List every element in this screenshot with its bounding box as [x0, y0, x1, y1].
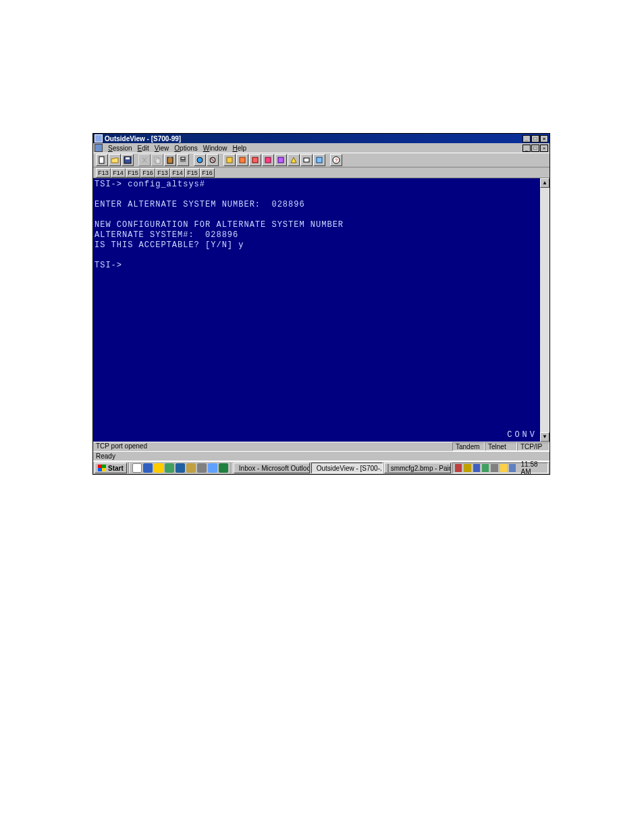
mdi-minimize-button[interactable]: _: [522, 145, 531, 152]
taskbar: Start Inbox - Microsoft Outlook OutsideV…: [93, 461, 549, 474]
print-icon[interactable]: [177, 154, 189, 166]
task-outsideview[interactable]: OutsideView - [S700-...: [311, 463, 383, 473]
terminal-screen[interactable]: TSI-> config_altsys# ENTER ALTERNATE SYS…: [93, 178, 540, 442]
terminal-line: NEW CONFIGURATION FOR ALTERNATE SYSTEM N…: [95, 220, 344, 230]
svg-rect-7: [180, 159, 186, 162]
tray-icon-2[interactable]: [464, 464, 471, 472]
window-title: OutsideView - [S700-99]: [105, 135, 522, 142]
close-button[interactable]: ×: [540, 135, 548, 142]
svg-rect-15: [265, 157, 271, 163]
mdi-maximize-button[interactable]: □: [531, 145, 539, 152]
task-outsideview-label: OutsideView - [S700-...: [317, 465, 383, 472]
tool-icon-5[interactable]: [275, 154, 287, 166]
help-icon[interactable]: ?: [330, 154, 342, 166]
copy-icon[interactable]: [151, 154, 163, 166]
menu-session[interactable]: Session: [105, 145, 135, 152]
tray-icon-1[interactable]: [455, 464, 462, 472]
task-outlook[interactable]: Inbox - Microsoft Outlook: [234, 463, 310, 473]
svg-point-9: [197, 157, 203, 163]
tool-icon-6[interactable]: [288, 154, 300, 166]
disconnect-icon[interactable]: [207, 154, 219, 166]
terminal-line: IS THIS ACCEPTABLE? [Y/N] y: [95, 240, 244, 250]
menu-window[interactable]: Window: [200, 145, 230, 152]
svg-rect-0: [99, 157, 104, 163]
fkey-f16b[interactable]: F16: [200, 168, 215, 178]
terminal-line: TSI-> config_altsys#: [95, 180, 205, 189]
svg-rect-13: [240, 157, 245, 163]
ql-icon-8[interactable]: [208, 463, 217, 473]
fkey-f16[interactable]: F16: [140, 168, 155, 178]
fkey-f13b[interactable]: F13: [155, 168, 170, 178]
terminal-line: ENTER ALTERNATE SYSTEM NUMBER: 028896: [95, 200, 305, 209]
new-icon[interactable]: [96, 154, 108, 166]
ql-desktop-icon[interactable]: [132, 463, 142, 473]
vertical-scrollbar[interactable]: ▲ ▼: [540, 178, 549, 442]
status-tandem: Tandem: [452, 442, 485, 451]
tray-icon-7[interactable]: [509, 464, 516, 472]
titlebar[interactable]: OutsideView - [S700-99] _ □ ×: [93, 134, 549, 143]
svg-rect-8: [181, 157, 185, 159]
status-tcpip: TCP/IP: [517, 442, 549, 451]
minimize-button[interactable]: _: [522, 135, 531, 142]
tray-icon-4[interactable]: [482, 464, 489, 472]
paint-icon: [387, 464, 389, 472]
windows-icon: [98, 465, 106, 471]
ql-ie-icon[interactable]: [143, 463, 153, 473]
terminal-line: ALTERNATE SYSTEM#: 028896: [95, 230, 238, 240]
quick-launch: [131, 463, 230, 473]
fkey-f14[interactable]: F14: [111, 168, 126, 178]
tray-volume-icon[interactable]: [500, 464, 507, 472]
paste-icon[interactable]: [164, 154, 176, 166]
start-button[interactable]: Start: [95, 463, 127, 473]
svg-rect-16: [278, 157, 284, 163]
menu-help[interactable]: Help: [230, 145, 249, 152]
ql-icon-4[interactable]: [165, 463, 174, 473]
status-telnet: Telnet: [485, 442, 517, 451]
ql-outlook-icon[interactable]: [154, 463, 163, 473]
system-tray: 11:58 AM: [452, 463, 548, 473]
app-icon: [95, 134, 103, 142]
tool-icon-2[interactable]: [236, 154, 248, 166]
clock[interactable]: 11:58 AM: [518, 461, 545, 475]
tool-icon-3[interactable]: [249, 154, 261, 166]
svg-rect-6: [169, 157, 171, 158]
cut-icon[interactable]: [138, 154, 151, 166]
scroll-down-button[interactable]: ▼: [540, 432, 549, 442]
tool-icon-4[interactable]: [262, 154, 274, 166]
ready-status-bar: Ready: [93, 451, 549, 461]
svg-rect-2: [126, 157, 130, 159]
tray-icon-3[interactable]: [473, 464, 480, 472]
ql-icon-5[interactable]: [176, 463, 185, 473]
mdi-close-button[interactable]: ×: [540, 145, 548, 152]
fkey-f13[interactable]: F13: [96, 168, 111, 178]
menu-session-label: ession: [113, 145, 132, 152]
fkey-f15b[interactable]: F15: [185, 168, 200, 178]
application-window: OutsideView - [S700-99] _ □ × Session Ed…: [92, 133, 550, 475]
connect-icon[interactable]: [194, 154, 206, 166]
tool-icon-7[interactable]: [300, 154, 313, 166]
open-icon[interactable]: [109, 154, 121, 166]
task-paint[interactable]: smmcfg2.bmp - Paint: [384, 463, 451, 473]
terminal-area: TSI-> config_altsys# ENTER ALTERNATE SYS…: [93, 178, 549, 442]
menu-options[interactable]: Options: [171, 145, 200, 152]
fkey-f15[interactable]: F15: [126, 168, 140, 178]
tray-icon-5[interactable]: [491, 464, 498, 472]
menu-view[interactable]: View: [152, 145, 172, 152]
svg-text:?: ?: [335, 157, 338, 163]
fkey-f14b[interactable]: F14: [170, 168, 185, 178]
save-icon[interactable]: [122, 154, 134, 166]
maximize-button[interactable]: □: [531, 135, 539, 142]
ql-icon-9[interactable]: [219, 463, 228, 473]
tool-icon-1[interactable]: [223, 154, 236, 166]
svg-rect-17: [304, 158, 309, 162]
svg-rect-12: [227, 157, 232, 163]
scroll-track[interactable]: [540, 188, 549, 432]
toolbar: ?: [93, 153, 549, 167]
ql-icon-6[interactable]: [186, 463, 196, 473]
svg-rect-18: [317, 157, 322, 163]
mdi-system-icon[interactable]: [95, 144, 103, 152]
scroll-up-button[interactable]: ▲: [540, 178, 549, 188]
menu-edit[interactable]: Edit: [135, 145, 152, 152]
tool-icon-8[interactable]: [313, 154, 325, 166]
ql-icon-7[interactable]: [197, 463, 207, 473]
